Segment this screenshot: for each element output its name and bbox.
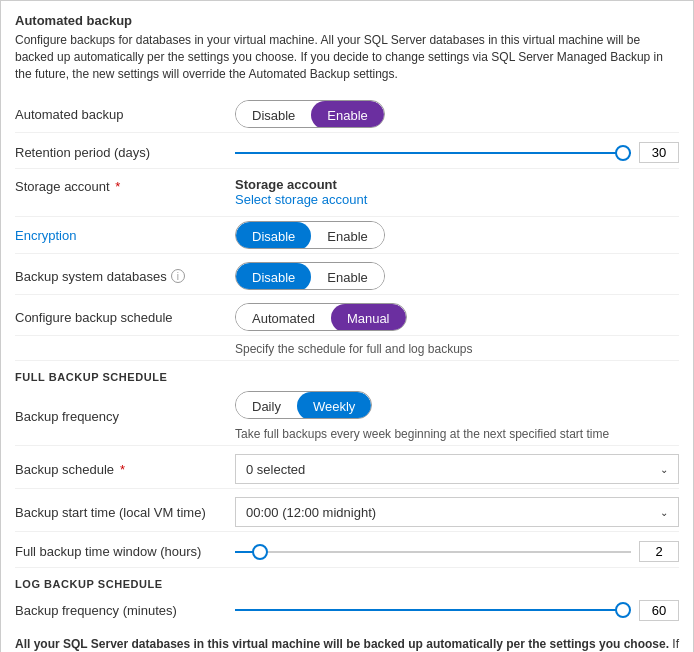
page-description: Configure backups for databases in your … xyxy=(15,32,679,82)
backup-start-time-dropdown[interactable]: 00:00 (12:00 midnight) ⌄ xyxy=(235,497,679,527)
backup-system-db-label: Backup system databases i xyxy=(15,269,235,284)
storage-account-title: Storage account xyxy=(235,177,679,192)
backup-frequency-weekly-btn[interactable]: Weekly xyxy=(297,392,371,419)
backup-frequency-row: Backup frequency Daily Weekly Take full … xyxy=(15,387,679,446)
retention-label: Retention period (days) xyxy=(15,145,235,160)
backup-system-db-info-icon[interactable]: i xyxy=(171,269,185,283)
backup-schedule-row: Backup schedule * 0 selected ⌄ xyxy=(15,450,679,489)
log-backup-frequency-row: Backup frequency (minutes) xyxy=(15,594,679,626)
main-container: Automated backup Configure backups for d… xyxy=(0,0,694,652)
configure-schedule-control: Automated Manual xyxy=(235,303,679,331)
backup-schedule-required: * xyxy=(120,462,125,477)
backup-system-db-control: Disable Enable xyxy=(235,262,679,290)
backup-start-time-row: Backup start time (local VM time) 00:00 … xyxy=(15,493,679,532)
configure-schedule-toggle[interactable]: Automated Manual xyxy=(235,303,407,331)
automated-backup-disable-btn[interactable]: Disable xyxy=(236,101,311,128)
log-backup-frequency-value[interactable] xyxy=(639,600,679,621)
log-backup-frequency-slider[interactable] xyxy=(235,609,631,611)
backup-time-window-slider-container xyxy=(235,541,679,562)
storage-required-asterisk: * xyxy=(112,179,121,194)
configure-schedule-manual-btn[interactable]: Manual xyxy=(331,304,406,331)
backup-schedule-dropdown[interactable]: 0 selected ⌄ xyxy=(235,454,679,484)
encryption-enable-btn[interactable]: Enable xyxy=(311,222,383,249)
configure-schedule-automated-btn[interactable]: Automated xyxy=(236,304,331,331)
encryption-label: Encryption xyxy=(15,228,235,243)
log-backup-frequency-slider-container xyxy=(235,600,679,621)
backup-time-window-label: Full backup time window (hours) xyxy=(15,544,235,559)
encryption-disable-btn[interactable]: Disable xyxy=(236,222,311,249)
log-backup-frequency-label: Backup frequency (minutes) xyxy=(15,603,235,618)
automated-backup-row: Automated backup Disable Enable xyxy=(15,96,679,133)
encryption-control: Disable Enable xyxy=(235,221,679,249)
backup-start-time-chevron-icon: ⌄ xyxy=(660,507,668,518)
footer-text: All your SQL Server databases in this vi… xyxy=(15,636,679,652)
full-backup-schedule-header: FULL BACKUP SCHEDULE xyxy=(15,371,679,383)
page-title: Automated backup xyxy=(15,13,679,28)
automated-backup-toggle[interactable]: Disable Enable xyxy=(235,100,385,128)
backup-schedule-label: Backup schedule * xyxy=(15,462,235,477)
retention-slider[interactable] xyxy=(235,152,631,154)
backup-start-time-control: 00:00 (12:00 midnight) ⌄ xyxy=(235,497,679,527)
backup-start-time-label: Backup start time (local VM time) xyxy=(15,505,235,520)
backup-time-window-row: Full backup time window (hours) xyxy=(15,536,679,568)
retention-row: Retention period (days) xyxy=(15,137,679,169)
retention-control xyxy=(235,142,679,163)
storage-account-label: Storage account * xyxy=(15,177,235,194)
log-backup-schedule-header: LOG BACKUP SCHEDULE xyxy=(15,578,679,590)
backup-frequency-control: Daily Weekly Take full backups every wee… xyxy=(235,391,679,441)
backup-start-time-value: 00:00 (12:00 midnight) xyxy=(246,505,376,520)
retention-value-input[interactable] xyxy=(639,142,679,163)
backup-frequency-toggle[interactable]: Daily Weekly xyxy=(235,391,372,419)
backup-system-db-disable-btn[interactable]: Disable xyxy=(236,263,311,290)
backup-time-window-value[interactable] xyxy=(639,541,679,562)
schedule-info: Specify the schedule for full and log ba… xyxy=(15,340,679,361)
backup-schedule-value: 0 selected xyxy=(246,462,305,477)
select-storage-account-link[interactable]: Select storage account xyxy=(235,192,367,207)
encryption-row: Encryption Disable Enable xyxy=(15,217,679,254)
backup-time-window-slider[interactable] xyxy=(235,551,631,553)
automated-backup-control: Disable Enable xyxy=(235,100,679,128)
backup-system-db-toggle[interactable]: Disable Enable xyxy=(235,262,385,290)
automated-backup-enable-btn[interactable]: Enable xyxy=(311,101,383,128)
backup-frequency-info: Take full backups every week beginning a… xyxy=(235,427,679,441)
storage-account-row: Storage account * Storage account Select… xyxy=(15,173,679,217)
configure-schedule-row: Configure backup schedule Automated Manu… xyxy=(15,299,679,336)
backup-schedule-control: 0 selected ⌄ xyxy=(235,454,679,484)
encryption-toggle[interactable]: Disable Enable xyxy=(235,221,385,249)
backup-frequency-daily-btn[interactable]: Daily xyxy=(236,392,297,419)
footer-bold-text: All your SQL Server databases in this vi… xyxy=(15,637,669,651)
retention-slider-container xyxy=(235,142,679,163)
backup-frequency-label: Backup frequency xyxy=(15,409,235,424)
configure-schedule-label: Configure backup schedule xyxy=(15,310,235,325)
automated-backup-label: Automated backup xyxy=(15,107,235,122)
storage-account-control: Storage account Select storage account xyxy=(235,177,679,207)
backup-time-window-control xyxy=(235,541,679,562)
backup-system-db-enable-btn[interactable]: Enable xyxy=(311,263,383,290)
backup-schedule-chevron-icon: ⌄ xyxy=(660,464,668,475)
log-backup-frequency-control xyxy=(235,600,679,621)
backup-system-db-row: Backup system databases i Disable Enable xyxy=(15,258,679,295)
